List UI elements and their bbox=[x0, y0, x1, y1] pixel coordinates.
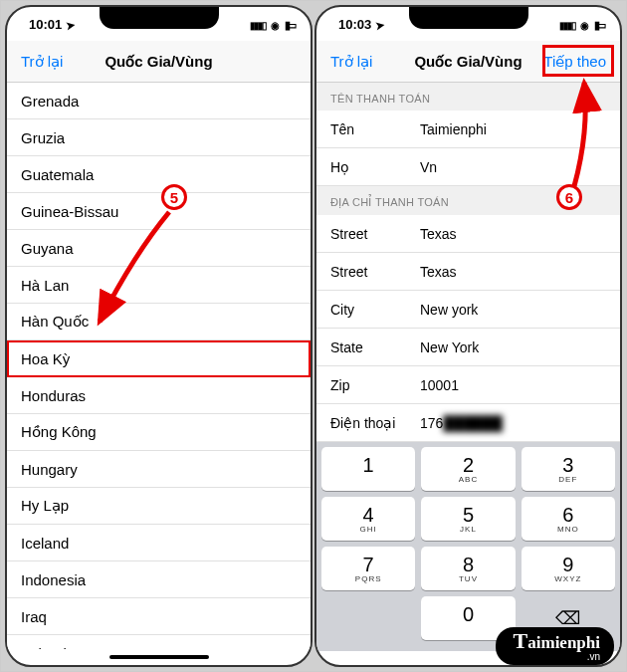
notch bbox=[409, 7, 528, 29]
value: Taimienphi bbox=[420, 121, 487, 137]
empty-key bbox=[321, 596, 415, 640]
field-city[interactable]: City New york bbox=[316, 291, 620, 329]
signal-icon bbox=[559, 17, 575, 32]
country-row[interactable]: Hungary bbox=[7, 451, 311, 488]
field-street1[interactable]: Street Texas bbox=[316, 215, 620, 253]
battery-icon bbox=[285, 17, 293, 32]
back-button[interactable]: Trở lại bbox=[330, 53, 372, 71]
callout-5: 5 bbox=[161, 184, 187, 210]
country-row[interactable]: Grenada bbox=[7, 83, 311, 119]
key-8[interactable]: 8TUV bbox=[421, 547, 515, 590]
label: State bbox=[330, 339, 420, 355]
key-7[interactable]: 7PQRS bbox=[321, 547, 415, 590]
back-button[interactable]: Trở lại bbox=[21, 53, 63, 71]
watermark: Taimienphi .vn bbox=[496, 627, 614, 665]
field-phone[interactable]: Điện thoại 176 ██████ bbox=[316, 404, 620, 442]
value: New York bbox=[420, 339, 479, 355]
nav-bar: Trở lại Quốc Gia/Vùng bbox=[7, 41, 311, 83]
value: Texas bbox=[420, 226, 457, 242]
phone-left: 10:01 Trở lại Quốc Gia/Vùng GrenadaGruzi… bbox=[5, 5, 313, 667]
label: Họ bbox=[330, 159, 420, 175]
battery-icon bbox=[594, 17, 602, 32]
clock: 10:03 bbox=[338, 17, 371, 32]
home-indicator[interactable] bbox=[7, 649, 311, 665]
country-row[interactable]: Indonesia bbox=[7, 561, 311, 598]
country-row[interactable]: Guatemala bbox=[7, 156, 311, 193]
location-icon bbox=[66, 17, 75, 32]
numeric-keypad: 1 2ABC3DEF 4GHI5JKL6MNO 7PQRS8TUV9WXYZ 0… bbox=[316, 442, 620, 651]
label: Street bbox=[330, 264, 420, 280]
location-icon bbox=[375, 17, 384, 32]
country-row[interactable]: Hồng Kông bbox=[7, 414, 311, 451]
value: New york bbox=[420, 302, 478, 318]
key-9[interactable]: 9WXYZ bbox=[522, 547, 615, 590]
label: Tên bbox=[330, 121, 420, 137]
redacted: ██████ bbox=[443, 415, 503, 431]
key-4[interactable]: 4GHI bbox=[321, 497, 415, 541]
field-zip[interactable]: Zip 10001 bbox=[316, 366, 620, 404]
label: Điện thoại bbox=[330, 415, 420, 431]
key-6[interactable]: 6MNO bbox=[522, 497, 615, 541]
key-5[interactable]: 5JKL bbox=[421, 497, 515, 541]
callout-6: 6 bbox=[556, 184, 582, 210]
value: 10001 bbox=[420, 377, 459, 393]
value: 176 bbox=[420, 415, 443, 431]
value: Vn bbox=[420, 159, 437, 175]
arrow-5 bbox=[85, 204, 174, 334]
wifi-icon bbox=[580, 17, 589, 32]
country-row[interactable]: Hoa Kỳ bbox=[7, 340, 311, 377]
country-row[interactable]: Iceland bbox=[7, 525, 311, 561]
notch bbox=[100, 7, 219, 29]
country-row[interactable]: Ireland bbox=[7, 635, 311, 649]
country-list[interactable]: GrenadaGruziaGuatemalaGuinea-BissauGuyan… bbox=[7, 83, 311, 649]
country-row[interactable]: Hy Lạp bbox=[7, 488, 311, 525]
value: Texas bbox=[420, 264, 457, 280]
clock: 10:01 bbox=[29, 17, 62, 32]
highlight-next bbox=[542, 45, 614, 77]
country-row[interactable]: Gruzia bbox=[7, 119, 311, 156]
label: Zip bbox=[330, 377, 420, 393]
country-row[interactable]: Iraq bbox=[7, 598, 311, 635]
wifi-icon bbox=[271, 17, 280, 32]
signal-icon bbox=[250, 17, 266, 32]
label: City bbox=[330, 302, 420, 318]
phone-right: 10:03 Trở lại Quốc Gia/Vùng Tiếp theo TÊ… bbox=[314, 5, 622, 667]
key-3[interactable]: 3DEF bbox=[522, 447, 615, 491]
arrow-6 bbox=[554, 77, 604, 191]
field-street2[interactable]: Street Texas bbox=[316, 253, 620, 291]
field-state[interactable]: State New York bbox=[316, 329, 620, 366]
key-1[interactable]: 1 bbox=[321, 447, 415, 491]
key-2[interactable]: 2ABC bbox=[421, 447, 515, 491]
label: Street bbox=[330, 226, 420, 242]
country-row[interactable]: Honduras bbox=[7, 377, 311, 414]
